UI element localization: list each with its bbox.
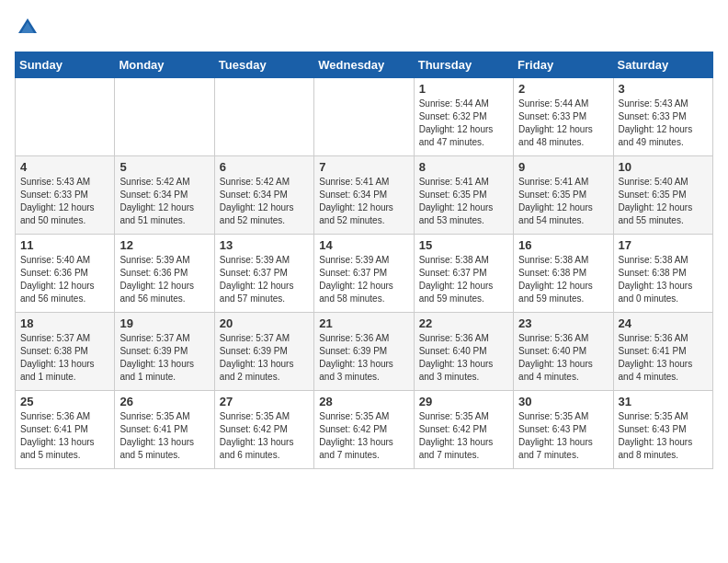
calendar-cell: 21Sunrise: 5:36 AM Sunset: 6:39 PM Dayli…	[314, 313, 414, 391]
calendar-body: 1Sunrise: 5:44 AM Sunset: 6:32 PM Daylig…	[16, 78, 713, 469]
day-info: Sunrise: 5:35 AM Sunset: 6:43 PM Dayligh…	[518, 410, 608, 462]
day-number: 17	[619, 238, 708, 252]
day-number: 18	[20, 316, 109, 330]
day-number: 28	[319, 395, 408, 408]
day-number: 19	[119, 316, 209, 330]
day-number: 3	[619, 82, 708, 96]
day-info: Sunrise: 5:44 AM Sunset: 6:33 PM Dayligh…	[518, 98, 608, 149]
calendar-cell: 10Sunrise: 5:40 AM Sunset: 6:35 PM Dayli…	[613, 156, 712, 235]
calendar-cell: 5Sunrise: 5:42 AM Sunset: 6:34 PM Daylig…	[115, 156, 214, 235]
calendar-week-1: 1Sunrise: 5:44 AM Sunset: 6:32 PM Daylig…	[16, 78, 713, 156]
day-number: 27	[220, 395, 309, 408]
header-day-monday: Monday	[115, 52, 214, 78]
calendar-cell: 17Sunrise: 5:38 AM Sunset: 6:38 PM Dayli…	[613, 235, 712, 313]
day-info: Sunrise: 5:35 AM Sunset: 6:42 PM Dayligh…	[319, 410, 408, 462]
day-info: Sunrise: 5:40 AM Sunset: 6:35 PM Dayligh…	[619, 176, 708, 227]
day-number: 1	[419, 82, 508, 96]
day-number: 25	[20, 395, 109, 408]
day-number: 16	[518, 238, 608, 252]
calendar-cell: 28Sunrise: 5:35 AM Sunset: 6:42 PM Dayli…	[314, 391, 414, 469]
day-info: Sunrise: 5:41 AM Sunset: 6:34 PM Dayligh…	[319, 176, 408, 227]
header-day-saturday: Saturday	[613, 52, 712, 78]
day-number: 13	[220, 238, 309, 252]
day-info: Sunrise: 5:44 AM Sunset: 6:32 PM Dayligh…	[419, 98, 508, 149]
calendar-cell: 8Sunrise: 5:41 AM Sunset: 6:35 PM Daylig…	[414, 156, 513, 235]
calendar-cell: 6Sunrise: 5:42 AM Sunset: 6:34 PM Daylig…	[214, 156, 313, 235]
day-info: Sunrise: 5:35 AM Sunset: 6:43 PM Dayligh…	[619, 410, 708, 462]
calendar-cell: 23Sunrise: 5:36 AM Sunset: 6:40 PM Dayli…	[514, 313, 613, 391]
day-number: 23	[518, 316, 608, 330]
header-day-tuesday: Tuesday	[214, 52, 313, 78]
header-day-wednesday: Wednesday	[314, 52, 414, 78]
day-number: 14	[319, 238, 408, 252]
day-number: 24	[619, 316, 708, 330]
day-number: 15	[419, 238, 508, 252]
day-info: Sunrise: 5:36 AM Sunset: 6:40 PM Dayligh…	[518, 332, 608, 384]
page-header	[15, 15, 713, 40]
calendar-week-4: 18Sunrise: 5:37 AM Sunset: 6:38 PM Dayli…	[16, 313, 713, 391]
day-info: Sunrise: 5:43 AM Sunset: 6:33 PM Dayligh…	[20, 176, 109, 227]
day-info: Sunrise: 5:42 AM Sunset: 6:34 PM Dayligh…	[119, 176, 209, 227]
day-number: 10	[619, 160, 708, 174]
day-number: 31	[619, 395, 708, 408]
day-info: Sunrise: 5:38 AM Sunset: 6:38 PM Dayligh…	[518, 254, 608, 305]
calendar-cell: 30Sunrise: 5:35 AM Sunset: 6:43 PM Dayli…	[514, 391, 613, 469]
day-info: Sunrise: 5:37 AM Sunset: 6:38 PM Dayligh…	[20, 332, 109, 384]
day-info: Sunrise: 5:36 AM Sunset: 6:40 PM Dayligh…	[419, 332, 508, 384]
day-number: 11	[20, 238, 109, 252]
day-info: Sunrise: 5:35 AM Sunset: 6:42 PM Dayligh…	[220, 410, 309, 462]
calendar-cell: 29Sunrise: 5:35 AM Sunset: 6:42 PM Dayli…	[414, 391, 513, 469]
day-info: Sunrise: 5:39 AM Sunset: 6:36 PM Dayligh…	[119, 254, 209, 305]
calendar-week-5: 25Sunrise: 5:36 AM Sunset: 6:41 PM Dayli…	[16, 391, 713, 469]
calendar-week-3: 11Sunrise: 5:40 AM Sunset: 6:36 PM Dayli…	[16, 235, 713, 313]
day-number: 9	[518, 160, 608, 174]
calendar-cell: 14Sunrise: 5:39 AM Sunset: 6:37 PM Dayli…	[314, 235, 414, 313]
calendar-cell: 11Sunrise: 5:40 AM Sunset: 6:36 PM Dayli…	[16, 235, 115, 313]
day-number: 4	[20, 160, 109, 174]
logo	[15, 15, 42, 40]
calendar-cell	[214, 78, 313, 156]
calendar-cell	[115, 78, 214, 156]
header-day-friday: Friday	[514, 52, 613, 78]
calendar-cell: 9Sunrise: 5:41 AM Sunset: 6:35 PM Daylig…	[514, 156, 613, 235]
day-info: Sunrise: 5:37 AM Sunset: 6:39 PM Dayligh…	[119, 332, 209, 384]
day-number: 21	[319, 316, 408, 330]
day-info: Sunrise: 5:38 AM Sunset: 6:38 PM Dayligh…	[619, 254, 708, 305]
calendar-cell: 20Sunrise: 5:37 AM Sunset: 6:39 PM Dayli…	[214, 313, 313, 391]
day-number: 6	[220, 160, 309, 174]
day-info: Sunrise: 5:35 AM Sunset: 6:41 PM Dayligh…	[119, 410, 209, 462]
day-number: 8	[419, 160, 508, 174]
calendar-cell: 3Sunrise: 5:43 AM Sunset: 6:33 PM Daylig…	[613, 78, 712, 156]
calendar-cell: 7Sunrise: 5:41 AM Sunset: 6:34 PM Daylig…	[314, 156, 414, 235]
day-number: 7	[319, 160, 408, 174]
day-number: 22	[419, 316, 508, 330]
day-info: Sunrise: 5:41 AM Sunset: 6:35 PM Dayligh…	[518, 176, 608, 227]
calendar-cell: 26Sunrise: 5:35 AM Sunset: 6:41 PM Dayli…	[115, 391, 214, 469]
calendar-week-2: 4Sunrise: 5:43 AM Sunset: 6:33 PM Daylig…	[16, 156, 713, 235]
logo-icon	[15, 15, 40, 40]
calendar-cell: 16Sunrise: 5:38 AM Sunset: 6:38 PM Dayli…	[514, 235, 613, 313]
calendar-cell: 24Sunrise: 5:36 AM Sunset: 6:41 PM Dayli…	[613, 313, 712, 391]
calendar-header: SundayMondayTuesdayWednesdayThursdayFrid…	[16, 52, 713, 78]
calendar-cell	[16, 78, 115, 156]
day-number: 30	[518, 395, 608, 408]
day-info: Sunrise: 5:37 AM Sunset: 6:39 PM Dayligh…	[220, 332, 309, 384]
calendar-cell: 18Sunrise: 5:37 AM Sunset: 6:38 PM Dayli…	[16, 313, 115, 391]
calendar-cell: 2Sunrise: 5:44 AM Sunset: 6:33 PM Daylig…	[514, 78, 613, 156]
day-info: Sunrise: 5:36 AM Sunset: 6:41 PM Dayligh…	[619, 332, 708, 384]
day-info: Sunrise: 5:39 AM Sunset: 6:37 PM Dayligh…	[220, 254, 309, 305]
calendar-cell: 1Sunrise: 5:44 AM Sunset: 6:32 PM Daylig…	[414, 78, 513, 156]
day-info: Sunrise: 5:41 AM Sunset: 6:35 PM Dayligh…	[419, 176, 508, 227]
calendar-cell	[314, 78, 414, 156]
calendar-cell: 22Sunrise: 5:36 AM Sunset: 6:40 PM Dayli…	[414, 313, 513, 391]
header-day-thursday: Thursday	[414, 52, 513, 78]
day-number: 20	[220, 316, 309, 330]
day-number: 5	[119, 160, 209, 174]
calendar-cell: 31Sunrise: 5:35 AM Sunset: 6:43 PM Dayli…	[613, 391, 712, 469]
calendar-cell: 4Sunrise: 5:43 AM Sunset: 6:33 PM Daylig…	[16, 156, 115, 235]
day-info: Sunrise: 5:36 AM Sunset: 6:39 PM Dayligh…	[319, 332, 408, 384]
day-info: Sunrise: 5:40 AM Sunset: 6:36 PM Dayligh…	[20, 254, 109, 305]
day-number: 26	[119, 395, 209, 408]
day-number: 29	[419, 395, 508, 408]
day-info: Sunrise: 5:36 AM Sunset: 6:41 PM Dayligh…	[20, 410, 109, 462]
